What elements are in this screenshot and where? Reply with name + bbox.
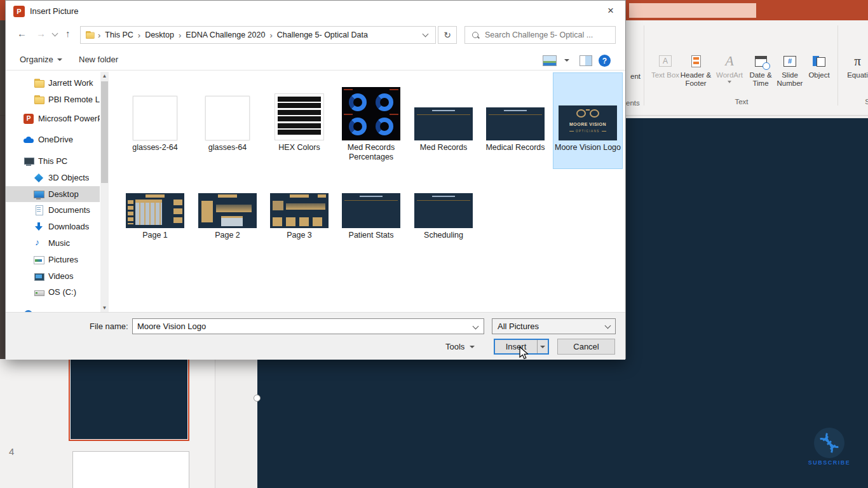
sidebar-item-microsoft-powerpoint[interactable]: Microsoft PowerP <box>6 111 100 126</box>
address-dropdown-icon[interactable] <box>423 31 429 37</box>
file-item-page-2[interactable]: Page 2 <box>193 191 262 240</box>
ribbon-slide-number-button[interactable]: # Slide Number <box>773 51 806 88</box>
subscribe-label: SUBSCRIBE <box>805 459 853 466</box>
sidebar-item-pbi-remote[interactable]: PBI Remote Logi <box>6 92 100 107</box>
equation-icon: π <box>843 51 868 71</box>
scroll-down-icon[interactable]: ▼ <box>100 304 109 312</box>
chevron-down-icon <box>470 346 475 348</box>
tools-button[interactable]: Tools <box>445 342 475 351</box>
ribbon-header-footer-button[interactable]: Header & Footer <box>679 51 712 88</box>
chevron-down-icon <box>605 322 611 329</box>
file-thumbnail: MOORE VISION OPTICIANS <box>559 105 617 140</box>
breadcrumb-segment-desktop[interactable]: Desktop <box>142 30 177 39</box>
file-name-input[interactable] <box>133 322 484 331</box>
back-icon[interactable]: ← <box>17 28 27 39</box>
sidebar-item-music[interactable]: Music <box>6 235 100 251</box>
ribbon-object-button[interactable]: Object <box>803 51 836 79</box>
sidebar-item-partial[interactable] <box>6 306 100 312</box>
sidebar-item-videos[interactable]: Videos <box>6 268 100 284</box>
music-icon <box>34 238 44 248</box>
file-item-med-records[interactable]: Med Records <box>409 73 478 152</box>
ribbon-partial-comments-group: ents <box>626 99 640 107</box>
file-thumbnail <box>205 96 250 140</box>
file-thumbnail <box>270 193 329 228</box>
titlebar-search-box[interactable] <box>629 3 756 18</box>
file-item-glasses-2-64[interactable]: glasses-2-64 <box>121 73 189 152</box>
sidebar-item-this-pc[interactable]: This PC <box>6 153 100 169</box>
file-type-combo[interactable]: All Pictures <box>492 318 616 334</box>
folder-icon <box>34 78 44 88</box>
search-input[interactable] <box>484 30 611 40</box>
folder-icon <box>85 30 94 39</box>
sidebar-item-onedrive[interactable]: OneDrive <box>6 132 100 147</box>
breadcrumb-segment-edna-challenge[interactable]: EDNA Challenge 2020 <box>183 30 268 39</box>
ribbon-wordart-button: A WordArt <box>713 51 746 83</box>
dialog-title: Insert Picture <box>30 6 79 16</box>
resize-handle[interactable] <box>254 395 261 402</box>
file-name-combo[interactable] <box>132 318 484 334</box>
scroll-up-icon[interactable]: ▲ <box>100 72 109 80</box>
ribbon-equation-button[interactable]: π Equati <box>843 51 868 79</box>
file-item-page-3[interactable]: Page 3 <box>265 191 334 240</box>
sidebar-item-os-c[interactable]: OS (C:) <box>6 284 100 300</box>
views-dropdown[interactable] <box>564 59 569 62</box>
breadcrumb-segment-this-pc[interactable]: This PC <box>102 30 135 39</box>
close-icon[interactable]: × <box>602 3 619 18</box>
file-item-medical-records[interactable]: Medical Records <box>481 73 550 152</box>
scrollbar-thumb[interactable] <box>101 81 108 183</box>
text-box-icon: A <box>649 51 682 71</box>
refresh-button[interactable]: ↻ <box>438 26 457 44</box>
forward-icon: → <box>36 28 46 39</box>
ribbon-text-box-button: A Text Box <box>649 51 682 79</box>
sidebar-item-documents[interactable]: Documents <box>6 202 100 218</box>
chevron-down-icon <box>564 59 569 62</box>
insert-dropdown[interactable] <box>538 346 548 348</box>
file-item-page-1[interactable]: Page 1 <box>121 191 189 240</box>
views-button[interactable] <box>543 55 557 66</box>
downloads-icon <box>34 222 44 232</box>
recent-locations-icon[interactable] <box>52 30 58 37</box>
object-icon <box>803 51 836 71</box>
file-name-label: File name: <box>90 322 128 331</box>
file-item-moore-vision-logo[interactable]: MOORE VISION OPTICIANS Moore Vision Logo <box>553 73 622 168</box>
window-shadow <box>0 20 5 359</box>
sidebar-item-desktop[interactable]: Desktop <box>6 186 100 202</box>
help-button[interactable]: ? <box>599 55 611 67</box>
sidebar-scrollbar[interactable]: ▲ ▼ <box>100 72 109 312</box>
sidebar-item-pictures[interactable]: Pictures <box>6 252 100 268</box>
cancel-button[interactable]: Cancel <box>557 339 615 355</box>
sidebar-item-jarrett-work[interactable]: Jarrett Work <box>6 75 100 91</box>
breadcrumb[interactable]: › This PC › Desktop › EDNA Challenge 202… <box>80 26 436 44</box>
up-icon[interactable]: ↑ <box>65 28 71 39</box>
file-thumbnail <box>414 107 473 140</box>
navigation-pane: Jarrett Work PBI Remote Logi Microsoft P… <box>6 72 109 312</box>
powerpoint-icon <box>24 114 34 124</box>
chevron-down-icon <box>57 58 62 61</box>
dialog-titlebar[interactable]: P Insert Picture × <box>6 1 625 22</box>
wordart-icon: A <box>713 51 746 71</box>
file-thumbnail <box>126 193 184 228</box>
ribbon-date-time-button[interactable]: Date & Time <box>744 51 777 88</box>
organize-button[interactable]: Organize <box>20 55 62 64</box>
file-item-med-records-percentages[interactable]: Med Records Percentages <box>337 73 405 162</box>
search-icon <box>471 31 480 39</box>
file-item-hex-colors[interactable]: HEX Colors <box>265 73 334 152</box>
slide-thumbnail-selected[interactable] <box>69 353 189 441</box>
slide-thumbnail-4[interactable] <box>72 451 189 488</box>
file-item-glasses-64[interactable]: glasses-64 <box>193 73 262 152</box>
preview-pane-button[interactable] <box>580 55 592 66</box>
slide-number-label: 4 <box>9 446 14 457</box>
file-item-patient-stats[interactable]: Patient Stats <box>337 191 405 240</box>
file-thumbnail <box>486 107 545 140</box>
chevron-down-icon <box>728 81 731 83</box>
documents-icon <box>34 205 44 215</box>
file-thumbnail <box>342 193 400 228</box>
breadcrumb-segment-challenge5[interactable]: Challenge 5- Optical Data <box>275 30 370 39</box>
file-item-scheduling[interactable]: Scheduling <box>409 191 478 240</box>
desktop-icon <box>34 189 44 200</box>
sidebar-item-downloads[interactable]: Downloads <box>6 219 100 234</box>
search-box[interactable] <box>465 26 616 44</box>
sidebar-item-3d-objects[interactable]: 3D Objects <box>6 170 100 186</box>
new-folder-button[interactable]: New folder <box>79 55 118 64</box>
ribbon-group-text-label: Text <box>726 98 757 105</box>
